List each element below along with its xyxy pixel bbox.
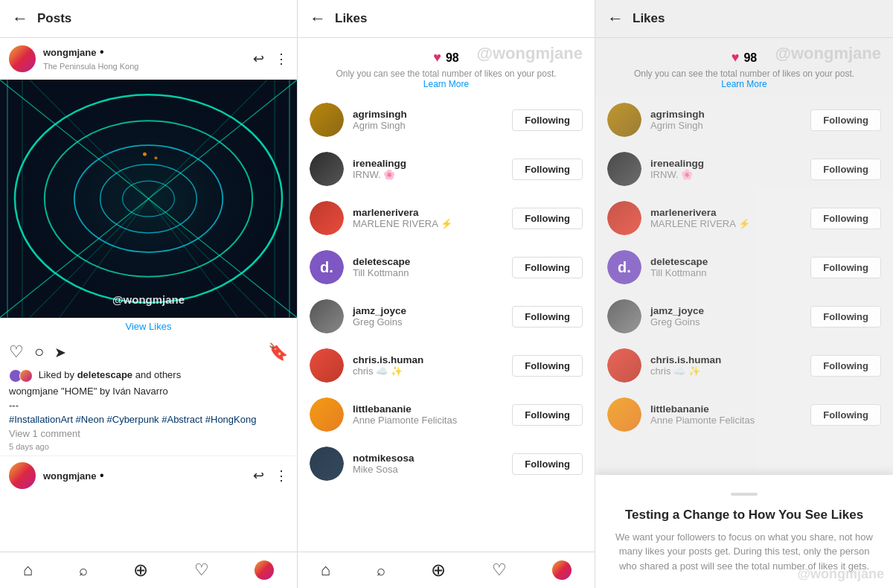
posts-back-button[interactable]: ← [12, 9, 28, 28]
like-avatar[interactable] [310, 447, 344, 481]
likes-mid-back-button[interactable]: ← [310, 9, 326, 28]
following-button[interactable]: Following [810, 109, 881, 131]
likes-mid-learn-more[interactable]: Learn More [423, 79, 469, 89]
like-item: irenealingg IRNW. 🌸 Following [310, 144, 583, 194]
comment-icon[interactable]: ○ [34, 342, 44, 362]
post-actions-bar: ♡ ○ ➤ 🔖 [0, 336, 297, 368]
likes-right-back-button[interactable]: ← [607, 9, 624, 28]
following-button[interactable]: Following [810, 257, 881, 278]
like-avatar[interactable] [607, 103, 641, 137]
following-button[interactable]: Following [512, 355, 583, 377]
like-user-info: jamz_joyce Greg Goins [353, 305, 512, 327]
following-button[interactable]: Following [810, 159, 881, 180]
post-username[interactable]: wongmjane [43, 47, 97, 58]
following-button[interactable]: Following [512, 159, 583, 180]
likes-mid-nav-profile[interactable] [552, 560, 572, 580]
like-username[interactable]: irenealingg [353, 158, 512, 169]
following-button[interactable]: Following [810, 355, 881, 377]
nav-search-icon[interactable]: ⌕ [79, 562, 88, 579]
like-display-name: Mike Sosa [353, 464, 512, 475]
like-username[interactable]: jamz_joyce [650, 305, 810, 316]
modal-watermark: @wongmjane [797, 566, 884, 582]
like-user-info: agrimsingh Agrim Singh [353, 109, 512, 131]
post-hashtags[interactable]: #InstallationArt #Neon #Cyberpunk #Abstr… [0, 412, 297, 426]
like-avatar[interactable] [310, 201, 344, 235]
post-watermark: @wongmjane [112, 293, 185, 306]
next-post-username[interactable]: wongmjane [43, 470, 97, 482]
like-display-name: Till Kottmann [353, 267, 512, 278]
nav-home-icon[interactable]: ⌂ [23, 560, 33, 580]
following-button[interactable]: Following [810, 404, 881, 426]
post-user-avatar[interactable] [9, 45, 36, 72]
like-username[interactable]: agrimsingh [650, 109, 810, 120]
following-button[interactable]: Following [512, 404, 583, 426]
like-avatar[interactable] [607, 348, 641, 383]
like-avatar[interactable] [310, 397, 344, 432]
likes-mid-nav-home[interactable]: ⌂ [321, 560, 330, 580]
post-comments-link[interactable]: View 1 comment [0, 426, 297, 441]
like-avatar[interactable] [607, 201, 641, 235]
likes-right-header: ← Likes [595, 0, 893, 38]
likes-mid-nav-search[interactable]: ⌕ [377, 562, 385, 579]
like-username[interactable]: chris.is.human [353, 354, 512, 365]
modal-drag-bar[interactable] [731, 493, 758, 496]
next-post-avatar[interactable] [9, 462, 36, 489]
like-username[interactable]: marlenerivera [650, 207, 810, 218]
nav-profile-avatar[interactable] [255, 560, 274, 580]
save-icon[interactable]: 🔖 [268, 342, 288, 362]
posts-title: Posts [37, 11, 71, 26]
next-post-more-icon[interactable]: ⋮ [275, 467, 288, 484]
nav-add-icon[interactable]: ⊕ [133, 560, 148, 581]
like-username[interactable]: littlebananie [650, 403, 810, 415]
like-avatar[interactable] [607, 152, 641, 186]
like-avatar[interactable]: d. [607, 250, 641, 284]
like-username[interactable]: irenealingg [650, 158, 810, 169]
likes-mid-bottom-nav: ⌂ ⌕ ⊕ ♡ [298, 552, 595, 588]
like-username[interactable]: deletescape [650, 256, 810, 267]
like-username[interactable]: notmikesosa [353, 453, 512, 464]
following-button[interactable]: Following [810, 208, 881, 229]
like-avatar[interactable] [607, 299, 641, 333]
like-avatar[interactable] [310, 299, 344, 333]
likes-right-learn-more[interactable]: Learn More [721, 79, 766, 89]
like-item: irenealingg IRNW. 🌸 Following [607, 144, 881, 194]
like-avatar[interactable] [310, 103, 344, 137]
like-avatar[interactable] [310, 152, 344, 186]
like-username[interactable]: chris.is.human [650, 354, 810, 365]
following-button[interactable]: Following [512, 109, 583, 131]
likes-right-title: Likes [633, 11, 665, 26]
nav-heart-icon[interactable]: ♡ [194, 560, 209, 580]
next-post-share-icon[interactable]: ↩ [253, 467, 264, 484]
following-button[interactable]: Following [512, 208, 583, 229]
like-username[interactable]: agrimsingh [353, 109, 512, 120]
post-share-icon[interactable]: ↩ [253, 51, 264, 67]
like-username[interactable]: littlebananie [353, 403, 512, 415]
like-username[interactable]: deletescape [353, 256, 512, 267]
like-username[interactable]: marlenerivera [353, 207, 512, 218]
like-display-name: Till Kottmann [650, 267, 810, 278]
likes-mid-nav-heart[interactable]: ♡ [492, 560, 507, 580]
likes-mid-nav-add[interactable]: ⊕ [431, 560, 446, 581]
liked-by-username[interactable]: deletescape [77, 369, 132, 380]
like-display-name: chris ☁️ ✨ [650, 365, 810, 377]
post-more-icon[interactable]: ⋮ [275, 51, 288, 67]
like-avatar[interactable]: d. [310, 250, 344, 284]
following-button[interactable]: Following [512, 257, 583, 278]
following-button[interactable]: Following [512, 453, 583, 475]
likes-mid-count-row: ♥ 98 [433, 50, 458, 65]
like-item: agrimsingh Agrim Singh Following [607, 95, 881, 144]
like-item: marlenerivera MARLENE RIVERA ⚡ Following [310, 194, 583, 243]
like-avatar[interactable] [310, 348, 344, 383]
like-username[interactable]: jamz_joyce [353, 305, 512, 316]
post-dash: --- [0, 398, 297, 412]
following-button[interactable]: Following [512, 306, 583, 327]
like-avatar[interactable] [607, 397, 641, 432]
view-likes-link[interactable]: View Likes [0, 318, 297, 336]
likes-mid-list: agrimsingh Agrim Singh Following ireneal… [298, 95, 595, 552]
following-button[interactable]: Following [810, 306, 881, 327]
modal-title: Testing a Change to How You See Likes [610, 508, 878, 523]
like-display-name: Agrim Singh [353, 120, 512, 131]
share-icon[interactable]: ➤ [54, 344, 66, 361]
like-icon[interactable]: ♡ [9, 342, 24, 362]
like-user-info: littlebananie Anne Piamonte Felicitas [353, 403, 512, 426]
